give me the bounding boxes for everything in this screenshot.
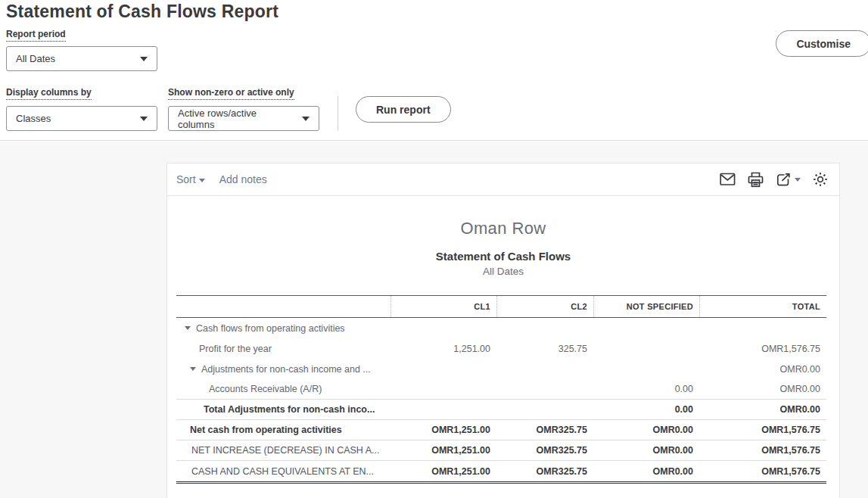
- table-row[interactable]: Net cash from operating activities OMR1,…: [176, 420, 826, 440]
- row-label: Adjustments for non-cash income and ...: [201, 364, 371, 375]
- row-label-cell: Total Adjustments for non-cash inco...: [176, 400, 390, 419]
- row-label: Cash flows from operating activities: [196, 323, 345, 334]
- value-cell: [593, 359, 699, 379]
- row-label-cell: Profit for the year: [176, 338, 390, 359]
- show-nonzero-dropdown[interactable]: Active rows/active columns: [168, 106, 319, 131]
- header-cl1: CL1: [390, 296, 496, 317]
- value-cell[interactable]: OMR0.00: [593, 461, 699, 481]
- table-row[interactable]: Accounts Receivable (A/R) 0.00 OMR0.00: [176, 379, 826, 400]
- row-label-cell: CASH AND CASH EQUIVALENTS AT EN...: [176, 461, 390, 481]
- value-cell: [390, 400, 496, 419]
- print-icon[interactable]: [747, 171, 764, 188]
- display-columns-by-dropdown[interactable]: Classes: [6, 106, 157, 131]
- value-cell: [390, 359, 496, 379]
- value-cell[interactable]: OMR1,576.75: [699, 440, 826, 460]
- row-label-cell: Accounts Receivable (A/R): [176, 379, 390, 399]
- value-cell[interactable]: OMR0.00: [699, 379, 826, 399]
- row-label: Accounts Receivable (A/R): [209, 384, 322, 394]
- run-report-button[interactable]: Run report: [356, 96, 451, 123]
- value-cell: [496, 379, 593, 399]
- value-cell: [496, 359, 593, 379]
- sort-menu[interactable]: Sort: [176, 173, 205, 185]
- report-toolbar: Sort Add notes: [167, 163, 839, 196]
- value-cell: [496, 400, 593, 419]
- row-label: Profit for the year: [199, 344, 272, 354]
- report-period-dropdown[interactable]: All Dates: [6, 46, 157, 71]
- page-title: Statement of Cash Flows Report: [6, 2, 278, 22]
- chevron-down-icon[interactable]: [795, 178, 801, 182]
- row-label: NET INCREASE (DECREASE) IN CASH A...: [191, 445, 379, 456]
- display-columns-by-label: Display columns by: [6, 87, 92, 100]
- value-cell[interactable]: 325.75: [496, 338, 593, 359]
- show-nonzero-value: Active rows/active columns: [178, 107, 294, 130]
- report-period-label: Report period: [6, 29, 66, 42]
- value-cell[interactable]: OMR1,251.00: [390, 420, 496, 440]
- table-row[interactable]: CASH AND CASH EQUIVALENTS AT EN... OMR1,…: [176, 461, 826, 481]
- email-icon[interactable]: [719, 171, 736, 188]
- table-bottom-rule: [176, 481, 826, 484]
- value-cell[interactable]: OMR0.00: [593, 440, 699, 460]
- cash-flow-table: CL1 CL2 NOT SPECIFIED TOTAL Cash flows f…: [176, 295, 826, 484]
- table-row[interactable]: Profit for the year 1,251.00 325.75 OMR1…: [176, 338, 826, 359]
- row-label-cell: Adjustments for non-cash income and ...: [176, 359, 390, 379]
- value-cell[interactable]: OMR1,251.00: [390, 461, 496, 481]
- report-title: Statement of Cash Flows: [167, 250, 839, 263]
- value-cell[interactable]: OMR1,576.75: [699, 420, 826, 440]
- divider: [338, 96, 338, 131]
- header-total: TOTAL: [699, 296, 826, 317]
- row-label: CASH AND CASH EQUIVALENTS AT EN...: [191, 466, 374, 477]
- value-cell[interactable]: OMR1,576.75: [699, 461, 826, 481]
- value-cell[interactable]: 0.00: [593, 400, 699, 419]
- filter-panel: Statement of Cash Flows Report Report pe…: [0, 0, 868, 141]
- value-cell[interactable]: OMR0.00: [699, 359, 826, 379]
- row-label-cell: Net cash from operating activities: [176, 420, 390, 440]
- export-menu[interactable]: [775, 171, 801, 188]
- value-cell: [699, 318, 826, 338]
- row-label-cell: NET INCREASE (DECREASE) IN CASH A...: [176, 440, 390, 460]
- company-name: Oman Row: [167, 219, 839, 238]
- header-not-specified: NOT SPECIFIED: [593, 296, 699, 317]
- show-nonzero-label: Show non-zero or active only: [168, 87, 294, 100]
- value-cell: [593, 318, 699, 338]
- table-row[interactable]: Total Adjustments for non-cash inco... 0…: [176, 400, 826, 420]
- row-label-cell: Cash flows from operating activities: [176, 318, 390, 338]
- value-cell: [390, 379, 496, 399]
- header-cl2: CL2: [496, 296, 593, 317]
- sort-label: Sort: [176, 173, 196, 185]
- table-row[interactable]: NET INCREASE (DECREASE) IN CASH A... OMR…: [176, 440, 826, 461]
- add-notes-link[interactable]: Add notes: [219, 173, 267, 185]
- chevron-down-icon: [199, 179, 205, 182]
- export-icon[interactable]: [775, 171, 792, 188]
- chevron-down-icon: [140, 117, 148, 121]
- customise-button[interactable]: Customise: [776, 30, 868, 57]
- table-row[interactable]: Cash flows from operating activities: [176, 318, 826, 338]
- chevron-down-icon: [302, 117, 310, 121]
- add-notes-label: Add notes: [219, 173, 267, 185]
- value-cell[interactable]: OMR0.00: [699, 400, 826, 419]
- display-columns-by-value: Classes: [16, 113, 51, 124]
- collapse-arrow-icon[interactable]: [190, 367, 196, 371]
- value-cell[interactable]: OMR1,576.75: [699, 338, 826, 359]
- report-period-value: All Dates: [16, 53, 55, 64]
- chevron-down-icon: [140, 57, 148, 61]
- report-card: Sort Add notes: [166, 163, 840, 498]
- value-cell[interactable]: 1,251.00: [390, 338, 496, 359]
- header-empty: [176, 296, 390, 317]
- report-subtitle: All Dates: [167, 266, 839, 277]
- collapse-arrow-icon[interactable]: [185, 326, 191, 330]
- value-cell: [390, 318, 496, 338]
- value-cell: [593, 338, 699, 359]
- row-label: Total Adjustments for non-cash inco...: [204, 404, 375, 415]
- value-cell[interactable]: 0.00: [593, 379, 699, 399]
- value-cell[interactable]: OMR0.00: [593, 420, 699, 440]
- value-cell[interactable]: OMR1,251.00: [390, 440, 496, 460]
- settings-icon[interactable]: [812, 171, 829, 188]
- table-header-row: CL1 CL2 NOT SPECIFIED TOTAL: [176, 295, 826, 318]
- value-cell[interactable]: OMR325.75: [496, 440, 593, 460]
- row-label: Net cash from operating activities: [190, 425, 342, 435]
- value-cell[interactable]: OMR325.75: [496, 420, 593, 440]
- value-cell: [496, 318, 593, 338]
- value-cell[interactable]: OMR325.75: [496, 461, 593, 481]
- table-row[interactable]: Adjustments for non-cash income and ... …: [176, 359, 826, 379]
